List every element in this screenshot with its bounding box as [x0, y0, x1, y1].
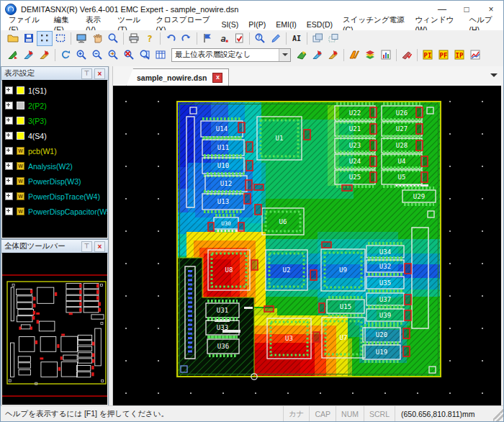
layer-tree-item[interactable]: Wpcb(W1) [5, 143, 107, 158]
layer-tree-item[interactable]: WAnalysis(W2) [5, 158, 107, 174]
layer-tree-item[interactable]: WPowerDispCapacitor(W5) [5, 204, 107, 219]
capacitor[interactable] [403, 346, 410, 356]
sel-window-icon[interactable] [53, 31, 68, 46]
expand-plus-icon[interactable] [5, 102, 13, 109]
graph-icon[interactable] [467, 48, 483, 63]
capacitor[interactable] [251, 260, 258, 270]
capacitor[interactable] [246, 142, 253, 152]
pencil-icon[interactable] [268, 31, 284, 46]
expand-plus-icon[interactable] [5, 177, 13, 185]
capacitor[interactable] [342, 185, 352, 191]
capacitor[interactable] [405, 295, 411, 305]
layer-tree-item[interactable]: WPowerDisp(W3) [5, 174, 107, 189]
panel-close-icon[interactable]: × [94, 68, 105, 79]
save-icon[interactable] [21, 31, 37, 46]
capacitor[interactable] [264, 306, 274, 312]
zoom-out-icon[interactable] [89, 48, 105, 63]
pcb-canvas[interactable]: U14U11U10U12U13U30U1U6U8U2U9U3U7U22U21U2… [113, 86, 501, 406]
capacitor[interactable] [254, 184, 264, 190]
capacitor[interactable] [370, 124, 377, 134]
resize-grip[interactable] [493, 406, 503, 421]
chevron-down-icon[interactable] [279, 49, 290, 61]
chart-icon[interactable] [378, 48, 394, 63]
capacitor[interactable] [416, 124, 423, 134]
capacitor[interactable] [421, 156, 428, 166]
layer-tree-item[interactable]: 4(S4) [5, 128, 107, 143]
capacitor[interactable] [313, 332, 320, 342]
zoom-area-icon[interactable] [105, 31, 121, 46]
pin-icon[interactable]: ⊤ [81, 241, 92, 252]
zoom-off-icon[interactable] [121, 48, 137, 63]
probe-check-icon[interactable] [399, 48, 415, 63]
layer-tree-item[interactable]: 1(S1) [5, 83, 107, 98]
expand-plus-icon[interactable] [5, 162, 13, 170]
zoom-question-icon[interactable]: ? [252, 31, 268, 46]
menu-item[interactable]: ESD(D) [302, 19, 338, 30]
expand-plus-icon[interactable] [5, 192, 13, 200]
redo-icon[interactable] [179, 31, 194, 46]
probe-red-2-icon[interactable] [37, 48, 53, 63]
expand-plus-icon[interactable] [5, 207, 13, 215]
flag-icon[interactable] [199, 31, 215, 46]
document-tab[interactable]: sample_nowire.dsn x [126, 68, 229, 86]
pcb-board[interactable]: U14U11U10U12U13U30U1U6U8U2U9U3U7U22U21U2… [176, 101, 441, 380]
pin-icon[interactable]: ⊤ [81, 68, 92, 79]
capacitor[interactable] [405, 310, 411, 320]
capacitor[interactable] [416, 140, 423, 151]
capacitor[interactable] [208, 223, 214, 231]
capacitor[interactable] [370, 156, 377, 166]
layer-tree-item[interactable]: WPowerDispTrace(W4) [5, 189, 107, 204]
capacitor[interactable] [246, 161, 253, 171]
menu-item[interactable]: PI(P) [243, 19, 271, 30]
undo-icon[interactable] [163, 31, 179, 46]
monitor-icon[interactable] [73, 31, 89, 46]
expand-plus-icon[interactable] [5, 132, 13, 140]
panel-close-icon[interactable]: × [94, 241, 105, 252]
capacitor[interactable] [370, 107, 377, 117]
pi-badge-3-icon[interactable]: IP [451, 48, 467, 63]
tab-list-dropdown-icon[interactable] [490, 73, 498, 81]
tab-close-icon[interactable]: x [212, 73, 222, 83]
pan-hand-icon[interactable] [89, 31, 105, 46]
board-overview-map[interactable] [2, 253, 107, 405]
ai-icon[interactable]: AI [289, 31, 305, 46]
capacitor[interactable] [304, 130, 310, 140]
pcb-heatmap-view[interactable]: U14U11U10U12U13U30U1U6U8U2U9U3U7U22U21U2… [113, 86, 503, 408]
expand-plus-icon[interactable] [5, 147, 13, 155]
print-icon[interactable] [126, 31, 142, 46]
layer-orange-icon[interactable] [346, 48, 362, 63]
window-cascade-icon[interactable] [325, 31, 341, 46]
zoom-dynamic-icon[interactable] [105, 48, 121, 63]
capacitor[interactable] [319, 303, 325, 313]
pi-badge-2-icon[interactable]: PF [436, 48, 451, 63]
capacitor[interactable] [421, 172, 428, 182]
capacitor[interactable] [255, 205, 261, 215]
layer-tree-item[interactable]: 2(P2) [5, 98, 107, 113]
layer-tree-item[interactable]: 3(P3) [5, 113, 107, 128]
check-doc-icon[interactable] [231, 31, 247, 46]
layer-stack-icon[interactable] [362, 48, 378, 63]
capacitor[interactable] [370, 172, 377, 182]
pi-badge-1-icon[interactable]: PI [420, 48, 436, 63]
italic-a-icon[interactable]: a [215, 31, 231, 46]
capacitor[interactable] [238, 223, 244, 231]
folder-open-icon[interactable] [5, 31, 21, 46]
table-icon[interactable] [153, 48, 168, 63]
probe-red-1-icon[interactable] [310, 48, 325, 63]
layer-select-dropdown[interactable]: 最上位表示層設定なし [171, 48, 291, 62]
zoom-page-icon[interactable] [137, 48, 153, 63]
help-icon[interactable]: ? [142, 31, 158, 46]
expand-plus-icon[interactable] [5, 86, 13, 94]
refresh-icon[interactable] [58, 48, 73, 63]
capacitor[interactable] [246, 180, 252, 190]
sel-dots-icon[interactable] [37, 31, 53, 46]
capacitor[interactable] [244, 194, 251, 204]
probe-green-icon[interactable] [5, 48, 21, 63]
zoom-in-icon[interactable] [73, 48, 89, 63]
probe-card-icon[interactable] [294, 48, 310, 63]
expand-plus-icon[interactable] [5, 117, 13, 125]
menu-item[interactable]: EMI(I) [271, 19, 302, 30]
capacitor[interactable] [238, 122, 245, 133]
capacitor[interactable] [370, 140, 377, 151]
probe-red-2-icon[interactable] [325, 48, 341, 63]
